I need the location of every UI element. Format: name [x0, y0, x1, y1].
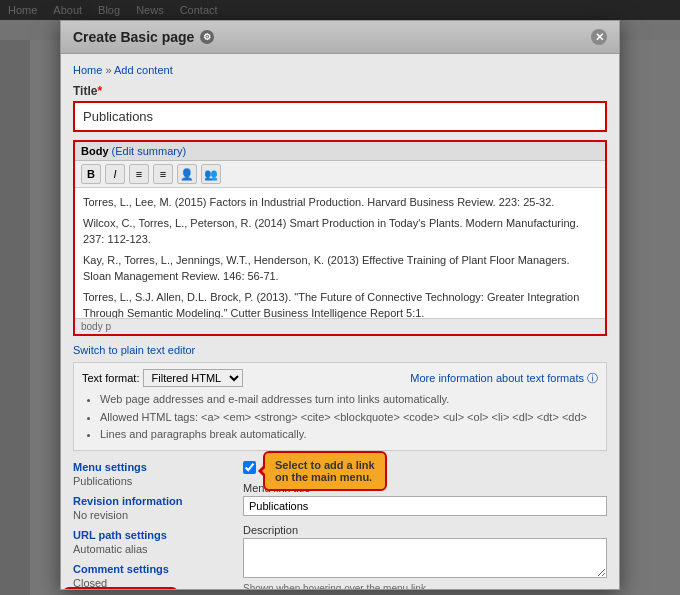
body-section: Body (Edit summary) B I ≡ ≡ 👤 👥 Torres, … [73, 140, 607, 336]
title-input-wrapper [73, 101, 607, 132]
description-label: Description [243, 524, 607, 536]
rule-1: Web page addresses and e-mail addresses … [100, 391, 598, 409]
editor-footer: body p [75, 318, 605, 334]
revision-title[interactable]: Revision information [73, 495, 233, 507]
italic-button[interactable]: I [105, 164, 125, 184]
url-title[interactable]: URL path settings [73, 529, 233, 541]
ol-button[interactable]: ≡ [129, 164, 149, 184]
rule-2: Allowed HTML tags: <a> <em> <strong> <ci… [100, 409, 598, 427]
comment-section: Comment settings Closed [73, 563, 233, 589]
text-format-row: Text format: Filtered HTML Full HTML Pla… [82, 369, 598, 387]
rule-3: Lines and paragraphs break automatically… [100, 426, 598, 444]
breadcrumb-sep1: » [105, 64, 114, 76]
text-format-section: Text format: Filtered HTML Full HTML Pla… [73, 362, 607, 451]
image-button[interactable]: 👤 [177, 164, 197, 184]
left-sidebar: Menu settings Publications Revision info… [73, 461, 233, 590]
content-line-2: Wilcox, C., Torres, L., Peterson, R. (20… [83, 215, 597, 248]
menu-settings-title[interactable]: Menu settings [73, 461, 233, 473]
modal-title: Create Basic page ⚙ [73, 29, 214, 45]
gear-icon[interactable]: ⚙ [200, 30, 214, 44]
text-format-select[interactable]: Filtered HTML Full HTML Plain text [143, 369, 243, 387]
description-help: Shown when hovering over the menu link. [243, 583, 607, 590]
breadcrumb-add-content[interactable]: Add content [114, 64, 173, 76]
breadcrumb-home[interactable]: Home [73, 64, 102, 76]
revision-section: Revision information No revision [73, 495, 233, 521]
menu-link-callout: Select to add a linkon the main menu. [263, 451, 387, 491]
menu-settings-section: Menu settings Publications [73, 461, 233, 487]
save-callout-container: Click Save to addyour page. [63, 587, 178, 590]
body-label: Body (Edit summary) [75, 142, 605, 161]
bold-button[interactable]: B [81, 164, 101, 184]
more-info-link[interactable]: More information about text formats ⓘ [410, 371, 598, 386]
modal-title-text: Create Basic page [73, 29, 194, 45]
link-button[interactable]: 👥 [201, 164, 221, 184]
close-button[interactable]: ✕ [591, 29, 607, 45]
content-line-4: Torres, L., S.J. Allen, D.L. Brock, P. (… [83, 289, 597, 319]
url-section: URL path settings Automatic alias [73, 529, 233, 555]
title-section: Title* Enter a Title for the page. [73, 84, 607, 132]
revision-content: No revision [73, 509, 233, 521]
content-line-1: Torres, L., Lee, M. (2015) Factors in In… [83, 194, 597, 211]
title-label: Title* [73, 84, 607, 98]
comment-title[interactable]: Comment settings [73, 563, 233, 575]
text-format-label: Text format: Filtered HTML Full HTML Pla… [82, 369, 243, 387]
breadcrumb: Home » Add content [73, 64, 607, 76]
url-content: Automatic alias [73, 543, 233, 555]
editor-toolbar: B I ≡ ≡ 👤 👥 [75, 161, 605, 188]
description-textarea[interactable] [243, 538, 607, 578]
description-row: Description Shown when hovering over the… [243, 524, 607, 590]
title-input[interactable] [77, 105, 603, 128]
plain-text-link[interactable]: Switch to plain text editor [73, 344, 607, 356]
menu-settings-content: Publications [73, 475, 233, 487]
menu-link-title-input[interactable] [243, 496, 607, 516]
ul-button[interactable]: ≡ [153, 164, 173, 184]
modal-body: Home » Add content Title* Enter a Title … [61, 54, 619, 590]
menu-link-row: Provide a menu link Select to add a link… [243, 461, 607, 474]
save-callout: Click Save to addyour page. [63, 587, 178, 590]
edit-summary-link[interactable]: (Edit summary) [112, 145, 187, 157]
modal-overlay: Create Basic page ⚙ ✕ Home » Add content… [0, 0, 680, 595]
editor-content[interactable]: Torres, L., Lee, M. (2015) Factors in In… [75, 188, 605, 318]
body-editor-wrapper: Body (Edit summary) B I ≡ ≡ 👤 👥 Torres, … [73, 140, 607, 336]
two-col-layout: Menu settings Publications Revision info… [73, 461, 607, 590]
right-col: Provide a menu link Select to add a link… [243, 461, 607, 590]
modal-header: Create Basic page ⚙ ✕ [61, 21, 619, 54]
text-format-rules: Web page addresses and e-mail addresses … [82, 391, 598, 444]
create-basic-page-modal: Create Basic page ⚙ ✕ Home » Add content… [60, 20, 620, 590]
content-line-3: Kay, R., Torres, L., Jennings, W.T., Hen… [83, 252, 597, 285]
